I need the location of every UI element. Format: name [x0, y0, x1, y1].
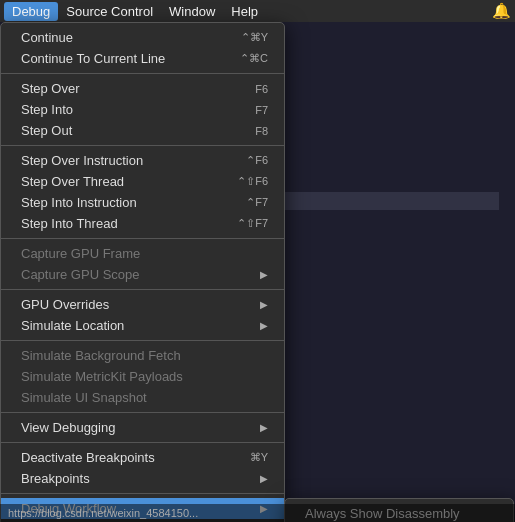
menu-item-simulate-ui-snapshot: Simulate UI Snapshot: [1, 387, 284, 408]
menu-item-label: Step Into Instruction: [21, 195, 137, 210]
menu-item-shortcut: F7: [255, 104, 268, 116]
menu-item-step-into-thread[interactable]: Step Into Thread ⌃⇧F7: [1, 213, 284, 234]
menu-item-label: Step Over Instruction: [21, 153, 143, 168]
menu-item-shortcut: ⌃F6: [246, 154, 268, 167]
menu-item-step-into[interactable]: Step Into F7: [1, 99, 284, 120]
menu-item-label: Continue: [21, 30, 73, 45]
menu-item-label: Step Over: [21, 81, 80, 96]
separator: [1, 238, 284, 239]
menu-item-step-into-instruction[interactable]: Step Into Instruction ⌃F7: [1, 192, 284, 213]
menu-item-simulate-metrickit: Simulate MetricKit Payloads: [1, 366, 284, 387]
menu-item-label: Simulate Background Fetch: [21, 348, 181, 363]
menu-item-capture-gpu-frame: Capture GPU Frame: [1, 243, 284, 264]
menu-item-step-over[interactable]: Step Over F6: [1, 78, 284, 99]
menu-help[interactable]: Help: [223, 2, 266, 21]
menu-item-capture-gpu-scope: Capture GPU Scope ▶: [1, 264, 284, 285]
menubar: Debug Source Control Window Help 🔔: [0, 0, 515, 22]
separator: [1, 442, 284, 443]
separator: [1, 145, 284, 146]
menu-item-label: View Debugging: [21, 420, 115, 435]
menu-item-step-over-instruction[interactable]: Step Over Instruction ⌃F6: [1, 150, 284, 171]
menu-item-label: Deactivate Breakpoints: [21, 450, 155, 465]
menu-item-label: Step Out: [21, 123, 72, 138]
menu-item-shortcut: ⌃⇧F6: [237, 175, 268, 188]
menu-item-shortcut: F6: [255, 83, 268, 95]
separator: [1, 493, 284, 494]
menu-item-label: Simulate UI Snapshot: [21, 390, 147, 405]
chevron-right-icon: ▶: [260, 320, 268, 331]
menu-item-label: Capture GPU Scope: [21, 267, 140, 282]
menu-item-label: Step Into: [21, 102, 73, 117]
menu-item-simulate-background-fetch: Simulate Background Fetch: [1, 345, 284, 366]
menu-item-continue[interactable]: Continue ⌃⌘Y: [1, 27, 284, 48]
menu-item-label: Continue To Current Line: [21, 51, 165, 66]
debug-dropdown-menu: Continue ⌃⌘Y Continue To Current Line ⌃⌘…: [0, 22, 285, 522]
separator: [1, 73, 284, 74]
menu-item-label: Step Into Thread: [21, 216, 118, 231]
bell-icon: 🔔: [492, 2, 511, 20]
menu-item-label: Step Over Thread: [21, 174, 124, 189]
chevron-right-icon: ▶: [260, 422, 268, 433]
menu-source-control[interactable]: Source Control: [58, 2, 161, 21]
chevron-right-icon: ▶: [260, 299, 268, 310]
url-bar: https://blog.csdn.net/weixin_4584150...: [0, 504, 515, 522]
menu-item-shortcut: ⌃F7: [246, 196, 268, 209]
menu-item-deactivate-breakpoints[interactable]: Deactivate Breakpoints ⌘Y: [1, 447, 284, 468]
menu-item-breakpoints[interactable]: Breakpoints ▶: [1, 468, 284, 489]
menu-item-shortcut: ⌘Y: [250, 451, 268, 464]
separator: [1, 289, 284, 290]
separator: [1, 340, 284, 341]
menu-item-step-out[interactable]: Step Out F8: [1, 120, 284, 141]
menu-item-step-over-thread[interactable]: Step Over Thread ⌃⇧F6: [1, 171, 284, 192]
menu-debug[interactable]: Debug: [4, 2, 58, 21]
menu-item-label: GPU Overrides: [21, 297, 109, 312]
url-text: https://blog.csdn.net/weixin_4584150...: [8, 507, 198, 519]
chevron-right-icon: ▶: [260, 473, 268, 484]
menu-item-label: Simulate MetricKit Payloads: [21, 369, 183, 384]
menu-window[interactable]: Window: [161, 2, 223, 21]
menu-item-label: Capture GPU Frame: [21, 246, 140, 261]
menu-item-shortcut: ⌃⇧F7: [237, 217, 268, 230]
menu-item-label: Breakpoints: [21, 471, 90, 486]
menu-item-label: Simulate Location: [21, 318, 124, 333]
menu-item-shortcut: F8: [255, 125, 268, 137]
menu-item-simulate-location[interactable]: Simulate Location ▶: [1, 315, 284, 336]
menu-item-view-debugging[interactable]: View Debugging ▶: [1, 417, 284, 438]
chevron-right-icon: ▶: [260, 269, 268, 280]
menu-item-shortcut: ⌃⌘Y: [241, 31, 268, 44]
menu-item-gpu-overrides[interactable]: GPU Overrides ▶: [1, 294, 284, 315]
menu-item-shortcut: ⌃⌘C: [240, 52, 268, 65]
menu-item-continue-to-line[interactable]: Continue To Current Line ⌃⌘C: [1, 48, 284, 69]
separator: [1, 412, 284, 413]
